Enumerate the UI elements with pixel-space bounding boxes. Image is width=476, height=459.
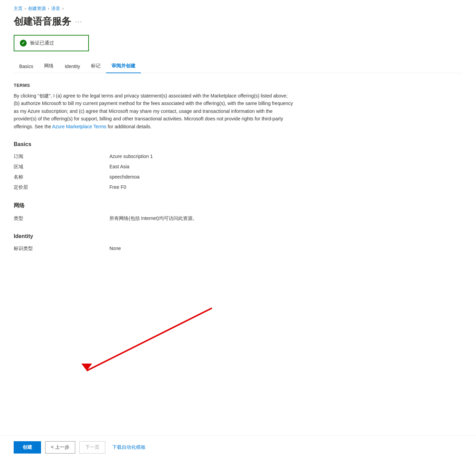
label-region: 区域 — [14, 164, 109, 170]
breadcrumb-create[interactable]: 创建资源 — [28, 5, 46, 12]
value-name: speechdemoa — [109, 174, 140, 180]
tab-basics[interactable]: Basics — [14, 60, 39, 73]
next-button: 下一页 — [79, 441, 105, 454]
table-row: 定价层 Free F0 — [14, 182, 462, 193]
identity-title: Identity — [14, 233, 462, 239]
terms-heading: TERMS — [14, 83, 462, 88]
network-section: 网络 类型 所有网络(包括 Internet)均可访问此资源。 — [14, 202, 462, 224]
svg-marker-1 — [81, 364, 92, 371]
basics-title: Basics — [14, 141, 462, 147]
breadcrumb-sep-3: › — [62, 6, 64, 11]
basics-section: Basics 订阅 Azure subscription 1 区域 East A… — [14, 141, 462, 193]
value-identity-type: None — [109, 246, 121, 251]
table-row: 区域 East Asia — [14, 162, 462, 172]
value-subscription: Azure subscription 1 — [109, 154, 153, 159]
table-row: 标识类型 None — [14, 244, 462, 254]
identity-section: Identity 标识类型 None — [14, 233, 462, 254]
terms-body: By clicking "创建", I (a) agree to the leg… — [14, 92, 294, 130]
label-pricing-tier: 定价层 — [14, 184, 109, 191]
breadcrumb-speech[interactable]: 语音 — [51, 5, 60, 12]
svg-line-0 — [87, 308, 212, 371]
value-pricing-tier: Free F0 — [109, 184, 126, 190]
terms-section: TERMS By clicking "创建", I (a) agree to t… — [14, 83, 462, 130]
tabs-bar: Basics 网络 Identity 标记 审阅并创建 — [14, 60, 462, 73]
table-row: 订阅 Azure subscription 1 — [14, 152, 462, 162]
more-options-icon[interactable]: ··· — [75, 18, 82, 25]
tab-network[interactable]: 网络 — [39, 60, 59, 73]
create-button[interactable]: 创建 — [14, 441, 41, 454]
label-type: 类型 — [14, 215, 109, 222]
tab-review-create[interactable]: 审阅并创建 — [106, 60, 141, 73]
check-icon — [20, 40, 27, 47]
label-subscription: 订阅 — [14, 154, 109, 160]
validation-banner: 验证已通过 — [14, 35, 89, 51]
validation-text: 验证已通过 — [30, 40, 54, 46]
action-bar: 创建 < 上一步 下一页 下载自动化模板 — [0, 435, 476, 459]
network-title: 网络 — [14, 202, 462, 209]
page-title: 创建语音服务 — [14, 15, 71, 28]
label-identity-type: 标识类型 — [14, 246, 109, 252]
azure-marketplace-terms-link[interactable]: Azure Marketplace Terms — [52, 124, 106, 129]
prev-button[interactable]: < 上一步 — [45, 441, 75, 454]
terms-body-2: for additional details. — [106, 124, 151, 129]
table-row: 名称 speechdemoa — [14, 172, 462, 182]
value-region: East Asia — [109, 164, 129, 169]
content-area: TERMS By clicking "创建", I (a) agree to t… — [14, 83, 462, 304]
arrow-annotation — [55, 301, 219, 380]
tab-tags[interactable]: 标记 — [85, 60, 106, 73]
download-template-link[interactable]: 下载自动化模板 — [109, 444, 148, 450]
table-row: 类型 所有网络(包括 Internet)均可访问此资源。 — [14, 213, 462, 224]
page-title-row: 创建语音服务 ··· — [14, 15, 462, 28]
breadcrumb-sep-2: › — [48, 6, 49, 11]
label-name: 名称 — [14, 174, 109, 180]
value-type: 所有网络(包括 Internet)均可访问此资源。 — [109, 215, 197, 222]
tab-identity[interactable]: Identity — [59, 60, 85, 73]
breadcrumb-sep-1: › — [25, 6, 26, 11]
breadcrumb-home[interactable]: 主页 — [14, 5, 23, 12]
breadcrumb: 主页 › 创建资源 › 语音 › — [14, 5, 462, 12]
